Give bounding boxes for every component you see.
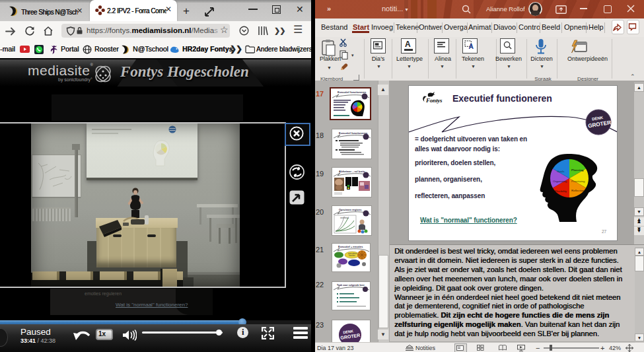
svg-text:Goals: Goals [557, 170, 565, 173]
svg-text:Executief + emoties: Executief + emoties [338, 245, 363, 248]
svg-text:Reflection: Reflection [571, 189, 585, 192]
svg-text:Flexibility: Flexibility [555, 190, 567, 193]
svg-text:Prioritizing: Prioritizing [571, 180, 585, 183]
svg-text:Planning: Planning [571, 168, 584, 172]
svg-text:Alzheimer – rol brein: Alzheimer – rol brein [339, 170, 365, 173]
svg-text:Opruimen regions: Opruimen regions [339, 208, 362, 211]
svg-text:Organizing: Organizing [553, 180, 567, 183]
svg-text:Executief functioneren: Executief functioneren [339, 131, 368, 135]
svg-text:Fontys: Fontys [425, 97, 443, 104]
svg-text:Executief functioneren: Executief functioneren [338, 90, 367, 94]
svg-text:Taak voor volgende keer: Taak voor volgende keer [337, 284, 365, 287]
svg-text:A: A [469, 43, 474, 50]
svg-text:functies: functies [349, 254, 355, 257]
